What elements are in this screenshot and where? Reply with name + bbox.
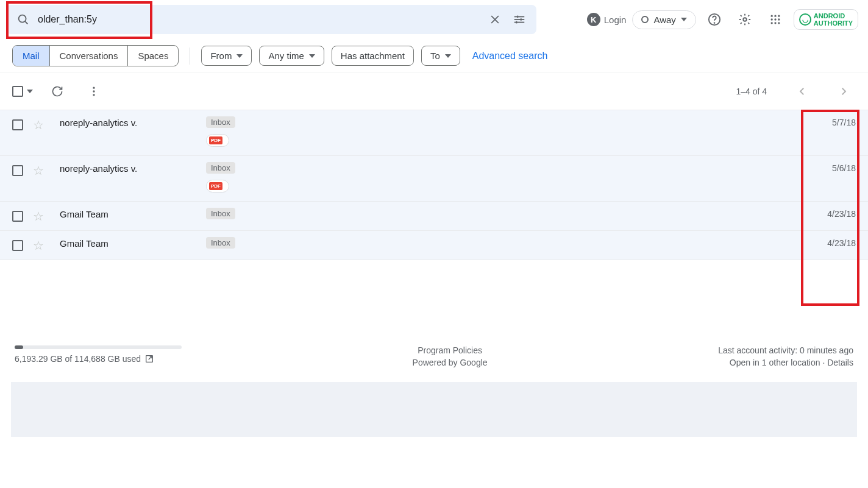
row-checkbox[interactable] [12, 240, 23, 251]
search-icon[interactable] [11, 7, 35, 32]
email-row[interactable]: ☆ noreply-analytics v. Inbox PDF 5/6/18 [0, 156, 868, 202]
filter-anytime[interactable]: Any time [259, 46, 324, 66]
filter-has-attachment[interactable]: Has attachment [332, 46, 414, 66]
search-input[interactable] [35, 14, 483, 25]
advanced-search-link[interactable]: Advanced search [472, 51, 548, 62]
header-right: K Login Away ◡ ANDROID AUTHORITY [587, 7, 858, 32]
email-date: 5/6/18 [832, 162, 856, 173]
refresh-icon[interactable] [45, 79, 69, 104]
powered-by: Powered by Google [413, 358, 488, 367]
program-policies-link[interactable]: Program Policies [418, 345, 482, 355]
attachment-chip[interactable]: PDF [206, 180, 229, 193]
email-list-wrap: ☆ noreply-analytics v. Inbox PDF 5/7/18 … [0, 110, 868, 260]
filter-bar: Mail Conversations Spaces From Any time … [0, 39, 868, 73]
svg-point-12 [743, 18, 747, 21]
filter-has-attachment-label: Has attachment [341, 51, 405, 61]
svg-point-14 [774, 15, 776, 17]
segment-spaces[interactable]: Spaces [128, 46, 178, 66]
svg-point-13 [770, 15, 772, 17]
star-icon[interactable]: ☆ [33, 118, 44, 132]
settings-icon[interactable] [733, 7, 757, 32]
filter-to[interactable]: To [421, 46, 460, 66]
row-controls: ☆ [12, 116, 60, 132]
status-chip[interactable]: Away [632, 10, 695, 29]
prev-page-icon[interactable] [790, 79, 814, 104]
star-icon[interactable]: ☆ [33, 163, 44, 178]
row-checkbox[interactable] [12, 165, 23, 176]
email-list: ☆ noreply-analytics v. Inbox PDF 5/7/18 … [0, 110, 868, 260]
open-external-icon[interactable] [144, 354, 154, 364]
chevron-down-icon [309, 54, 315, 58]
footer: 6,193.29 GB of 114,688 GB used Program P… [0, 333, 868, 376]
row-checkbox[interactable] [12, 119, 23, 130]
storage-fill [15, 345, 23, 349]
svg-point-16 [770, 18, 772, 20]
row-controls: ☆ [12, 237, 60, 253]
row-content: Inbox PDF [206, 162, 826, 193]
chevron-down-icon [237, 54, 243, 58]
sender: Gmail Team [60, 208, 206, 219]
divider [190, 48, 190, 65]
email-date: 4/23/18 [827, 208, 856, 219]
segment-conversations[interactable]: Conversations [50, 46, 129, 66]
pdf-icon: PDF [209, 136, 222, 144]
svg-point-0 [19, 15, 26, 23]
search-box [6, 5, 536, 34]
row-content: Inbox PDF [206, 116, 826, 147]
last-activity: Last account activity: 0 minutes ago [718, 345, 853, 355]
row-checkbox[interactable] [12, 211, 23, 222]
select-all[interactable] [12, 86, 33, 97]
search-options-icon[interactable] [507, 7, 532, 32]
star-icon[interactable]: ☆ [33, 209, 44, 224]
row-content: Inbox [206, 237, 821, 249]
android-icon: ◡ [799, 13, 811, 26]
page-info: 1–4 of 4 [736, 87, 767, 96]
segment-mail[interactable]: Mail [13, 46, 50, 66]
help-icon[interactable] [702, 7, 727, 32]
email-date: 4/23/18 [827, 237, 856, 248]
filter-from-label: From [210, 51, 232, 61]
bottom-strip [11, 382, 857, 437]
details-link[interactable]: Details [827, 358, 853, 367]
footer-right: Last account activity: 0 minutes ago Ope… [718, 345, 853, 370]
svg-point-22 [93, 87, 94, 89]
svg-point-23 [93, 90, 94, 92]
pdf-icon: PDF [209, 182, 222, 190]
brand-top: ANDROID [814, 12, 853, 19]
sender: noreply-analytics v. [60, 116, 206, 128]
more-icon[interactable] [82, 79, 106, 104]
filter-from[interactable]: From [201, 46, 252, 66]
inbox-label: Inbox [206, 162, 235, 174]
login-label: Login [604, 15, 627, 25]
status-away-icon [641, 16, 649, 23]
sender: noreply-analytics v. [60, 162, 206, 174]
star-icon[interactable]: ☆ [33, 238, 44, 253]
brand-badge: ◡ ANDROID AUTHORITY [794, 9, 858, 30]
clear-search-icon[interactable] [483, 7, 507, 32]
storage-bar [15, 345, 182, 349]
svg-point-11 [714, 23, 714, 23]
email-row[interactable]: ☆ Gmail Team Inbox 4/23/18 [0, 202, 868, 231]
svg-point-20 [774, 22, 776, 24]
svg-line-1 [25, 21, 27, 24]
chevron-down-icon [681, 18, 687, 21]
apps-grid-icon[interactable] [763, 7, 788, 32]
toolbar: 1–4 of 4 [0, 73, 868, 110]
brand-bottom: AUTHORITY [814, 19, 853, 27]
inbox-label: Inbox [206, 208, 235, 219]
email-row[interactable]: ☆ noreply-analytics v. Inbox PDF 5/7/18 [0, 110, 868, 156]
footer-center: Program Policies Powered by Google [413, 345, 488, 370]
open-location-link[interactable]: Open in 1 other location [730, 358, 820, 367]
storage-text: 6,193.29 GB of 114,688 GB used [15, 354, 182, 364]
attachment-chip[interactable]: PDF [206, 134, 229, 147]
svg-point-19 [770, 22, 772, 24]
svg-point-15 [778, 15, 780, 17]
scope-segments: Mail Conversations Spaces [12, 45, 179, 66]
email-row[interactable]: ☆ Gmail Team Inbox 4/23/18 [0, 231, 868, 260]
email-date: 5/7/18 [832, 116, 856, 127]
next-page-icon[interactable] [831, 79, 856, 104]
login-button[interactable]: K Login [587, 13, 627, 26]
svg-point-17 [774, 18, 776, 20]
chevron-down-icon [445, 54, 451, 58]
filter-anytime-label: Any time [268, 51, 304, 61]
